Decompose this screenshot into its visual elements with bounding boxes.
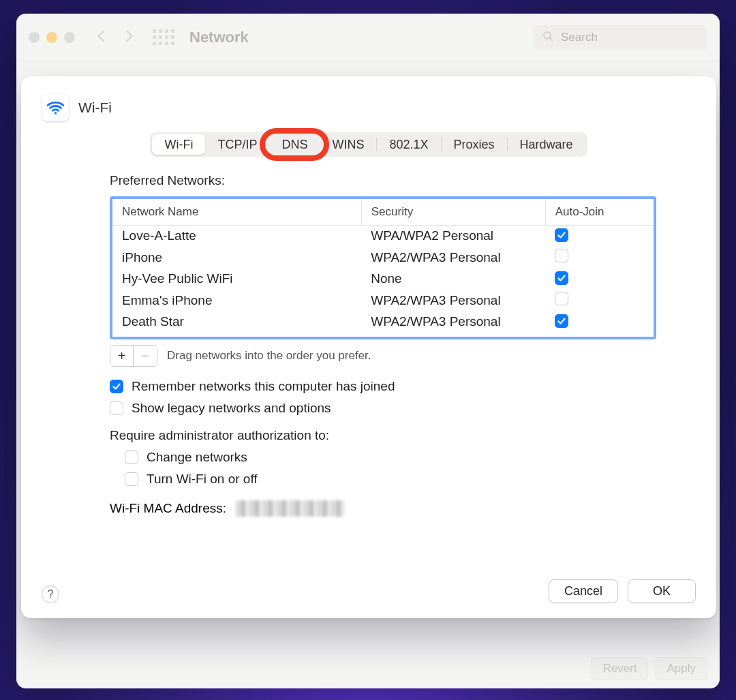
remember-networks-checkbox[interactable] [110,380,123,393]
wifi-icon [42,94,69,121]
show-legacy-label: Show legacy networks and options [132,401,331,416]
table-row[interactable]: Death StarWPA2/WPA3 Personal [112,311,654,332]
add-remove-buttons: + − [110,345,157,367]
svg-point-2 [54,112,57,115]
tab-label: TCP/IP [217,138,257,152]
tab-wins[interactable]: WINS [320,134,376,155]
column-header-autojoin[interactable]: Auto-Join [545,199,654,226]
network-name-cell: Love-A-Latte [112,226,361,247]
tab-8021x[interactable]: 802.1X [377,134,440,155]
table-row[interactable]: Emma's iPhoneWPA2/WPA3 Personal [112,289,654,311]
mac-address-label: Wi-Fi MAC Address: [110,501,226,516]
turn-wifi-label: Turn Wi-Fi on or off [147,472,258,487]
cancel-button[interactable]: Cancel [549,579,618,603]
mac-address-value-redacted [236,500,345,517]
tab-label: Hardware [520,138,573,152]
tab-label: WINS [332,138,364,152]
help-button[interactable]: ? [42,585,59,603]
change-networks-label: Change networks [147,450,247,465]
network-security-cell: WPA2/WPA3 Personal [361,311,545,332]
tab-hardware[interactable]: Hardware [508,134,585,155]
ok-button[interactable]: OK [628,579,696,603]
network-name-cell: Death Star [112,311,361,332]
autojoin-checkbox[interactable] [555,314,568,328]
drag-hint: Drag networks into the order you prefer. [167,349,371,363]
network-security-cell: WPA/WPA2 Personal [361,226,545,247]
remember-networks-label: Remember networks this computer has join… [132,379,395,394]
sheet-title: Wi-Fi [78,100,112,116]
preferred-networks-table[interactable]: Network Name Security Auto-Join Love-A-L… [110,196,656,339]
remove-network-button[interactable]: − [134,346,157,366]
add-network-button[interactable]: + [110,346,134,366]
network-security-cell: None [361,269,545,289]
network-name-cell: Hy-Vee Public WiFi [112,269,361,289]
column-header-name[interactable]: Network Name [112,199,361,226]
tab-label: Proxies [454,138,495,152]
show-legacy-checkbox[interactable] [110,401,123,415]
autojoin-checkbox[interactable] [555,249,568,262]
turn-wifi-checkbox[interactable] [125,472,138,486]
change-networks-checkbox[interactable] [125,451,138,464]
network-security-cell: WPA2/WPA3 Personal [361,246,545,269]
tab-label: 802.1X [389,138,428,152]
tab-label: DNS [281,138,307,152]
table-row[interactable]: iPhoneWPA2/WPA3 Personal [112,246,654,269]
preferred-networks-label: Preferred Networks: [110,173,656,188]
autojoin-checkbox[interactable] [555,292,568,305]
autojoin-checkbox[interactable] [555,271,568,285]
column-header-security[interactable]: Security [361,199,545,226]
wifi-advanced-sheet: Wi-Fi Wi-Fi TCP/IP DNS WINS 802.1X Proxi… [21,76,716,618]
autojoin-checkbox[interactable] [555,228,568,242]
network-name-cell: iPhone [112,246,361,269]
tab-label: Wi-Fi [164,138,193,152]
network-name-cell: Emma's iPhone [112,289,361,311]
table-row[interactable]: Love-A-LatteWPA/WPA2 Personal [112,226,654,247]
tab-wifi[interactable]: Wi-Fi [152,134,205,155]
require-admin-label: Require administrator authorization to: [110,428,656,443]
tab-bar: Wi-Fi TCP/IP DNS WINS 802.1X Proxies Har… [150,132,587,157]
table-row[interactable]: Hy-Vee Public WiFiNone [112,269,654,289]
tab-dns[interactable]: DNS [269,134,320,155]
tab-tcpip[interactable]: TCP/IP [205,134,269,155]
tab-proxies[interactable]: Proxies [442,134,507,155]
network-security-cell: WPA2/WPA3 Personal [361,289,545,311]
